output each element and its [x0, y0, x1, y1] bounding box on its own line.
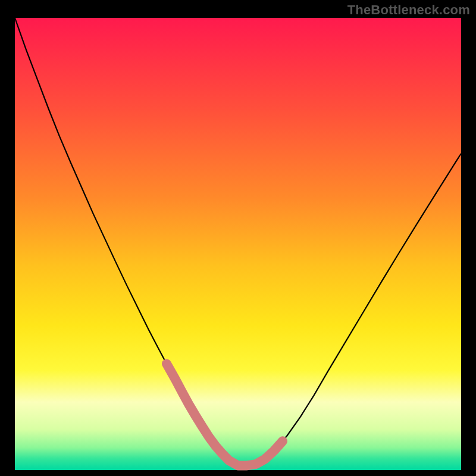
chart-container: TheBottleneck.com — [0, 0, 476, 476]
chart-svg — [0, 0, 476, 476]
gradient-background — [15, 18, 461, 470]
watermark-text: TheBottleneck.com — [347, 2, 470, 18]
